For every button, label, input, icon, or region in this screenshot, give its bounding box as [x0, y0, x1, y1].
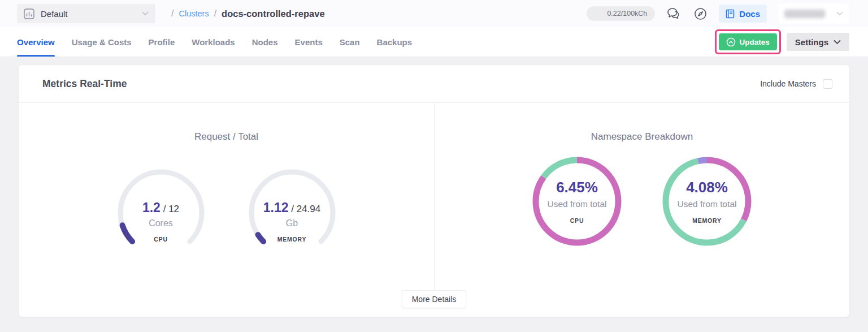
donut-cpu-subtitle: Used from total	[547, 199, 606, 209]
settings-button-label: Settings	[795, 37, 828, 47]
donut-cpu-text: 6.45% Used from total CPU	[531, 155, 623, 248]
settings-button[interactable]: Settings	[787, 33, 849, 51]
docs-button-label: Docs	[739, 9, 760, 19]
updates-button-label: Updates	[740, 38, 770, 46]
user-menu[interactable]	[779, 3, 849, 24]
donut-memory-text: 4.08% Used from total MEMORY	[661, 155, 753, 248]
updates-highlight-annotation: Updates	[715, 29, 781, 54]
namespace-breakdown-panel: Namespace Breakdown 6.45% Used from tota…	[434, 103, 849, 290]
gauge-cpu-metric-label: CPU	[154, 236, 168, 243]
updates-button[interactable]: Updates	[719, 33, 777, 50]
topbar-left: Default / Clusters / docs-controlled-rep…	[17, 4, 325, 23]
gauges-row: 1.2 / 12 Cores CPU 1.12	[116, 167, 337, 258]
card-title: Metrics Real-Time	[42, 78, 127, 90]
chat-icon[interactable]	[667, 7, 682, 20]
breadcrumb: / Clusters / docs-controlled-repave	[171, 8, 325, 19]
gauge-memory-value: 1.12 / 24.94	[263, 200, 321, 215]
tabs: Overview Usage & Costs Profile Workloads…	[17, 27, 412, 57]
gauge-memory-unit: Gb	[286, 218, 298, 228]
include-masters-control: Include Masters	[760, 79, 832, 89]
request-total-title: Request / Total	[194, 131, 258, 143]
card-footer: More Details	[19, 290, 849, 317]
arrow-up-circle-icon	[726, 37, 736, 47]
namespace-breakdown-title: Namespace Breakdown	[591, 131, 693, 143]
tab-overview[interactable]: Overview	[17, 27, 55, 57]
tab-events[interactable]: Events	[295, 27, 323, 57]
breadcrumb-link-clusters[interactable]: Clusters	[179, 9, 209, 18]
chevron-down-icon	[836, 11, 843, 16]
redacted-username	[784, 10, 825, 18]
chevron-down-icon	[142, 11, 149, 16]
project-selector-label: Default	[41, 9, 68, 19]
include-masters-checkbox[interactable]	[823, 79, 832, 89]
tab-workloads[interactable]: Workloads	[192, 27, 235, 57]
gauge-cpu-value: 1.2 / 12	[142, 200, 179, 215]
gauge-cpu-text: 1.2 / 12 Cores CPU	[116, 200, 206, 243]
tab-actions: Updates Settings	[715, 29, 849, 54]
usage-quota-badge: 0.22/100kCh	[587, 6, 655, 21]
donut-memory-metric-label: MEMORY	[692, 217, 722, 224]
donut-cpu-metric-label: CPU	[570, 217, 584, 224]
donuts-row: 6.45% Used from total CPU 4.08% Used fro…	[531, 155, 753, 248]
chevron-down-icon	[834, 40, 841, 45]
metrics-realtime-card: Metrics Real-Time Include Masters Reques…	[19, 65, 849, 317]
tab-profile[interactable]: Profile	[149, 27, 175, 57]
breadcrumb-separator: /	[171, 8, 173, 19]
donut-memory-subtitle: Used from total	[677, 199, 736, 209]
include-masters-label: Include Masters	[760, 79, 816, 88]
bar-chart-icon	[24, 8, 34, 19]
tab-backups[interactable]: Backups	[377, 27, 413, 57]
cluster-tabbar: Overview Usage & Costs Profile Workloads…	[0, 27, 868, 57]
donut-memory: 4.08% Used from total MEMORY	[661, 155, 753, 248]
gauge-memory: 1.12 / 24.94 Gb MEMORY	[247, 167, 337, 258]
docs-button[interactable]: Docs	[719, 5, 767, 23]
gauge-memory-metric-label: MEMORY	[277, 236, 307, 243]
gauge-memory-text: 1.12 / 24.94 Gb MEMORY	[247, 200, 337, 243]
explore-compass-icon[interactable]	[694, 7, 707, 20]
request-total-panel: Request / Total 1.2 / 12 Cores CPU	[19, 103, 434, 290]
gauge-cpu-unit: Cores	[149, 218, 173, 228]
tab-nodes[interactable]: Nodes	[252, 27, 278, 57]
tab-scan[interactable]: Scan	[340, 27, 360, 57]
donut-cpu: 6.45% Used from total CPU	[531, 155, 623, 248]
donut-memory-percent: 4.08%	[686, 179, 728, 196]
tab-usage-costs[interactable]: Usage & Costs	[72, 27, 132, 57]
donut-cpu-percent: 6.45%	[556, 179, 598, 196]
project-selector[interactable]: Default	[17, 4, 155, 23]
topbar-right: 0.22/100kCh Docs	[587, 3, 849, 24]
card-header: Metrics Real-Time Include Masters	[19, 65, 849, 103]
book-icon	[726, 9, 735, 19]
page-body: Metrics Real-Time Include Masters Reques…	[0, 57, 868, 317]
breadcrumb-separator: /	[214, 8, 216, 19]
topbar: Default / Clusters / docs-controlled-rep…	[0, 0, 868, 27]
breadcrumb-current-cluster: docs-controlled-repave	[222, 8, 324, 19]
gauge-cpu: 1.2 / 12 Cores CPU	[116, 167, 206, 258]
more-details-button[interactable]: More Details	[402, 290, 467, 308]
card-content: Request / Total 1.2 / 12 Cores CPU	[19, 103, 849, 290]
